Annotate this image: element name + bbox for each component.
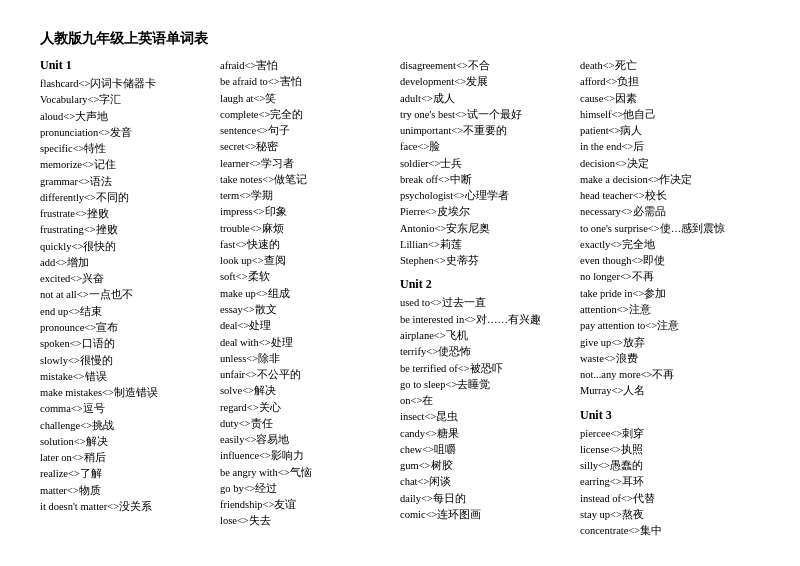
- word-entry: break off<>中断: [400, 172, 570, 188]
- column-2: disagreement<>不合development<>发展adult<>成人…: [400, 58, 580, 531]
- word-entry: Lillian<>莉莲: [400, 237, 570, 253]
- word-entry: be terrified of<>被恐吓: [400, 361, 570, 377]
- word-entry: license<>执照: [580, 442, 750, 458]
- word-entry: deal with<>处理: [220, 335, 390, 351]
- word-entry: concentrate<>集中: [580, 523, 750, 539]
- word-entry: frustrate<>挫败: [40, 206, 210, 222]
- word-entry: daily<>每日的: [400, 491, 570, 507]
- word-entry: slowly<>很慢的: [40, 353, 210, 369]
- word-entry: matter<>物质: [40, 483, 210, 499]
- word-entry: airplane<>飞机: [400, 328, 570, 344]
- word-entry: Stephen<>史蒂芬: [400, 253, 570, 269]
- word-entry: fast<>快速的: [220, 237, 390, 253]
- word-entry: Murray<>人名: [580, 383, 750, 399]
- word-entry: disagreement<>不合: [400, 58, 570, 74]
- word-entry: be angry with<>气恼: [220, 465, 390, 481]
- word-entry: term<>学期: [220, 188, 390, 204]
- word-entry: solution<>解决: [40, 434, 210, 450]
- word-entry: patient<>病人: [580, 123, 750, 139]
- word-entry: challenge<>挑战: [40, 418, 210, 434]
- word-entry: gum<>树胶: [400, 458, 570, 474]
- word-entry: exactly<>完全地: [580, 237, 750, 253]
- word-entry: unless<>除非: [220, 351, 390, 367]
- word-entry: Vocabulary<>字汇: [40, 92, 210, 108]
- word-entry: lose<>失去: [220, 513, 390, 529]
- word-entry: excited<>兴奋: [40, 271, 210, 287]
- word-entry: not at all<>一点也不: [40, 287, 210, 303]
- word-entry: impress<>印象: [220, 204, 390, 220]
- word-entry: instead of<>代替: [580, 491, 750, 507]
- word-entry: soldier<>士兵: [400, 156, 570, 172]
- word-entry: try one's best<>试一个最好: [400, 107, 570, 123]
- word-entry: soft<>柔软: [220, 269, 390, 285]
- word-entry: look up<>查阅: [220, 253, 390, 269]
- word-entry: duty<>责任: [220, 416, 390, 432]
- word-entry: chew<>咀嚼: [400, 442, 570, 458]
- word-entry: face<>脸: [400, 139, 570, 155]
- unit-title-0-0: Unit 1: [40, 58, 210, 73]
- word-entry: realize<>了解: [40, 466, 210, 482]
- word-entry: laugh at<>笑: [220, 91, 390, 107]
- word-entry: stay up<>熬夜: [580, 507, 750, 523]
- word-entry: mistake<>错误: [40, 369, 210, 385]
- column-1: afraid<>害怕be afraid to<>害怕laugh at<>笑com…: [220, 58, 400, 538]
- word-entry: go to sleep<>去睡觉: [400, 377, 570, 393]
- column-0: Unit 1flashcard<>闪词卡储器卡Vocabulary<>字汇alo…: [40, 58, 220, 523]
- word-entry: grammar<>语法: [40, 174, 210, 190]
- word-entry: end up<>结束: [40, 304, 210, 320]
- word-entry: be afraid to<>害怕: [220, 74, 390, 90]
- word-entry: learner<>学习者: [220, 156, 390, 172]
- word-entry: go by<>经过: [220, 481, 390, 497]
- word-entry: secret<>秘密: [220, 139, 390, 155]
- word-entry: cause<>因素: [580, 91, 750, 107]
- word-entry: later on<>稍后: [40, 450, 210, 466]
- word-entry: unimportant<>不重要的: [400, 123, 570, 139]
- word-entry: friendship<>友谊: [220, 497, 390, 513]
- word-entry: in the end<>后: [580, 139, 750, 155]
- word-entry: psychologist<>心理学者: [400, 188, 570, 204]
- word-entry: make mistakes<>制造错误: [40, 385, 210, 401]
- word-entry: piercee<>刺穿: [580, 426, 750, 442]
- word-entry: essay<>散文: [220, 302, 390, 318]
- word-entry: afraid<>害怕: [220, 58, 390, 74]
- column-3: death<>死亡afford<>负担cause<>因素himself<>他自己…: [580, 58, 760, 547]
- word-entry: head teacher<>校长: [580, 188, 750, 204]
- word-entry: afford<>负担: [580, 74, 750, 90]
- word-entry: waste<>浪费: [580, 351, 750, 367]
- unit-title-3-1: Unit 3: [580, 408, 750, 423]
- word-entry: deal<>处理: [220, 318, 390, 334]
- word-entry: solve<>解决: [220, 383, 390, 399]
- word-entry: decision<>决定: [580, 156, 750, 172]
- word-entry: give up<>放弃: [580, 335, 750, 351]
- word-entry: himself<>他自己: [580, 107, 750, 123]
- word-entry: add<>增加: [40, 255, 210, 271]
- word-entry: no longer<>不再: [580, 269, 750, 285]
- word-entry: pronounce<>宣布: [40, 320, 210, 336]
- word-entry: Antonio<>安东尼奥: [400, 221, 570, 237]
- columns-container: Unit 1flashcard<>闪词卡储器卡Vocabulary<>字汇alo…: [40, 58, 760, 547]
- word-entry: terrify<>使恐怖: [400, 344, 570, 360]
- word-entry: regard<>关心: [220, 400, 390, 416]
- word-entry: pay attention to<>注意: [580, 318, 750, 334]
- word-entry: to one's surprise<>使…感到震惊: [580, 221, 750, 237]
- word-entry: differently<>不同的: [40, 190, 210, 206]
- word-entry: spoken<>口语的: [40, 336, 210, 352]
- word-entry: attention<>注意: [580, 302, 750, 318]
- word-entry: aloud<>大声地: [40, 109, 210, 125]
- word-entry: Pierre<>皮埃尔: [400, 204, 570, 220]
- word-entry: comic<>连环图画: [400, 507, 570, 523]
- word-entry: adult<>成人: [400, 91, 570, 107]
- word-entry: complete<>完全的: [220, 107, 390, 123]
- word-entry: candy<>糖果: [400, 426, 570, 442]
- word-entry: not...any more<>不再: [580, 367, 750, 383]
- word-entry: necessary<>必需品: [580, 204, 750, 220]
- word-entry: flashcard<>闪词卡储器卡: [40, 76, 210, 92]
- word-entry: death<>死亡: [580, 58, 750, 74]
- word-entry: take pride in<>参加: [580, 286, 750, 302]
- word-entry: specific<>特性: [40, 141, 210, 157]
- word-entry: earring<>耳环: [580, 474, 750, 490]
- word-entry: sentence<>句子: [220, 123, 390, 139]
- word-entry: it doesn't matter<>没关系: [40, 499, 210, 515]
- word-entry: easily<>容易地: [220, 432, 390, 448]
- word-entry: even though<>即使: [580, 253, 750, 269]
